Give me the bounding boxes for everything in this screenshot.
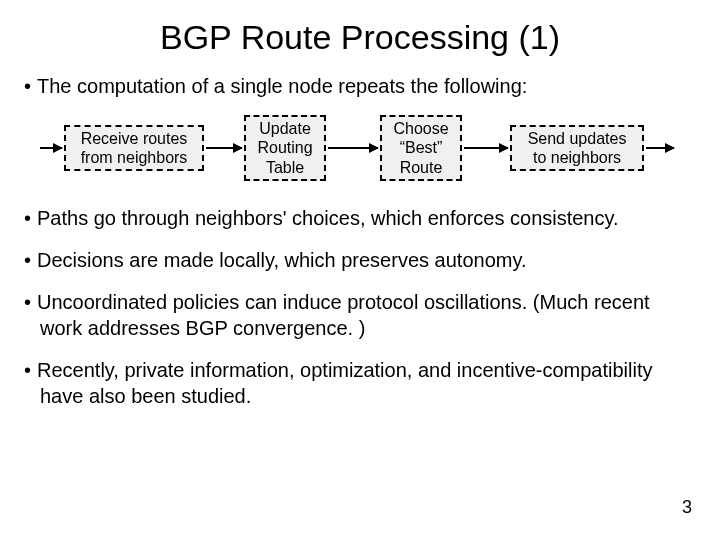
box-update: Update Routing Table (244, 115, 326, 181)
bullet-1: •The computation of a single node repeat… (0, 67, 720, 105)
bullet-2: •Paths go through neighbors' choices, wh… (0, 199, 720, 237)
process-diagram: Receive routes from neighbors Update Rou… (40, 109, 680, 189)
slide-title: BGP Route Processing (1) (0, 0, 720, 67)
bullet-3-text: Decisions are made locally, which preser… (37, 249, 526, 271)
bullet-3: •Decisions are made locally, which prese… (0, 237, 720, 279)
bullet-2-text: Paths go through neighbors' choices, whi… (37, 207, 619, 229)
arrow-2-3 (328, 147, 378, 149)
bullet-dot: • (24, 207, 31, 229)
bullet-dot: • (24, 291, 31, 313)
bullet-5-text: Recently, private information, optimizat… (37, 359, 652, 407)
bullet-dot: • (24, 359, 31, 381)
bullet-4-text: Uncoordinated policies can induce protoc… (37, 291, 650, 339)
bullet-dot: • (24, 75, 31, 97)
bullet-dot: • (24, 249, 31, 271)
box-choose: Choose “Best” Route (380, 115, 462, 181)
box-receive: Receive routes from neighbors (64, 125, 204, 171)
arrow-in (40, 147, 62, 149)
bullet-4: •Uncoordinated policies can induce proto… (0, 279, 720, 347)
arrow-3-4 (464, 147, 508, 149)
box-send: Send updates to neighbors (510, 125, 644, 171)
arrow-out (646, 147, 674, 149)
bullet-5: •Recently, private information, optimiza… (0, 347, 720, 415)
slide-number: 3 (682, 497, 692, 518)
bullet-1-text: The computation of a single node repeats… (37, 75, 527, 97)
arrow-1-2 (206, 147, 242, 149)
